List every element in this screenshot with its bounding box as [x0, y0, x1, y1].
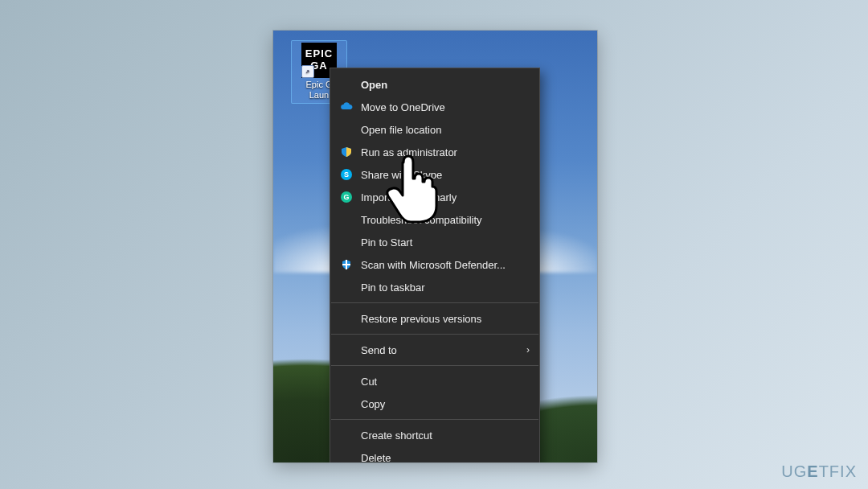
menu-item-cut[interactable]: Cut — [330, 370, 539, 392]
skype-icon: S — [340, 168, 353, 181]
menu-item-copy[interactable]: Copy — [330, 392, 539, 415]
watermark-part1: UG — [781, 462, 807, 480]
menu-item-label: Cut — [361, 376, 528, 388]
blank-icon — [340, 451, 353, 462]
menu-item-label: Delete — [361, 452, 528, 463]
menu-separator — [331, 419, 538, 420]
menu-item-label: Import to Grammarly — [361, 191, 528, 203]
menu-item-label: Move to OneDrive — [361, 101, 528, 113]
menu-item-label: Share with Skype — [361, 169, 528, 181]
blank-icon — [340, 78, 353, 91]
menu-item-label: Restore previous versions — [361, 313, 528, 325]
menu-item-create-shortcut[interactable]: Create shortcut — [330, 424, 539, 446]
menu-item-label: Send to — [361, 344, 528, 356]
blank-icon — [340, 281, 353, 294]
blank-icon — [340, 397, 353, 410]
menu-item-move-to-onedrive[interactable]: Move to OneDrive — [330, 96, 539, 118]
menu-item-label: Scan with Microsoft Defender... — [361, 259, 528, 271]
menu-item-import-to-grammarly[interactable]: GImport to Grammarly — [330, 186, 539, 208]
watermark: UGETFIX — [781, 462, 857, 481]
watermark-part3: TFIX — [819, 462, 857, 480]
menu-item-label: Open file location — [361, 124, 528, 136]
blank-icon — [340, 312, 353, 325]
blank-icon — [340, 123, 353, 136]
menu-item-troubleshoot-compatibility[interactable]: Troubleshoot compatibility — [330, 208, 539, 231]
context-menu: OpenMove to OneDriveOpen file locationRu… — [330, 68, 540, 462]
watermark-part2: E — [807, 462, 818, 480]
menu-item-restore-previous-versions[interactable]: Restore previous versions — [330, 307, 539, 330]
menu-item-label: Pin to taskbar — [361, 281, 528, 294]
blank-icon — [340, 236, 353, 249]
blank-icon — [340, 213, 353, 226]
svg-rect-1 — [342, 264, 350, 265]
defender-shield-icon — [340, 258, 353, 271]
menu-separator — [331, 365, 538, 366]
screenshot-panel: EPIC GA ↗ Epic G Laun OpenMove to OneDri… — [273, 31, 597, 462]
grammarly-icon: G — [340, 191, 353, 203]
blank-icon — [340, 343, 353, 356]
blank-icon — [340, 429, 353, 442]
uac-shield-icon — [340, 146, 353, 158]
menu-item-label: Run as administrator — [361, 146, 528, 158]
onedrive-icon — [340, 101, 353, 113]
menu-item-pin-to-taskbar[interactable]: Pin to taskbar — [330, 276, 539, 298]
menu-item-run-as-administrator[interactable]: Run as administrator — [330, 141, 539, 163]
menu-item-label: Troubleshoot compatibility — [361, 214, 528, 226]
menu-item-pin-to-start[interactable]: Pin to Start — [330, 231, 539, 253]
menu-item-open[interactable]: Open — [330, 73, 539, 96]
menu-item-open-file-location[interactable]: Open file location — [330, 118, 539, 141]
menu-item-delete[interactable]: Delete — [330, 446, 539, 462]
submenu-arrow-icon: › — [526, 344, 530, 355]
menu-item-label: Open — [361, 79, 528, 91]
icon-text-line1: EPIC — [305, 48, 333, 60]
menu-item-label: Copy — [361, 398, 528, 410]
blank-icon — [340, 375, 353, 388]
menu-item-send-to[interactable]: Send to› — [330, 339, 539, 361]
menu-separator — [331, 334, 538, 335]
shortcut-arrow-icon: ↗ — [301, 65, 314, 78]
menu-item-share-with-skype[interactable]: SShare with Skype — [330, 163, 539, 186]
menu-item-label: Pin to Start — [361, 236, 528, 249]
menu-separator — [331, 302, 538, 303]
menu-item-scan-with-microsoft-defender[interactable]: Scan with Microsoft Defender... — [330, 253, 539, 276]
menu-item-label: Create shortcut — [361, 429, 528, 442]
